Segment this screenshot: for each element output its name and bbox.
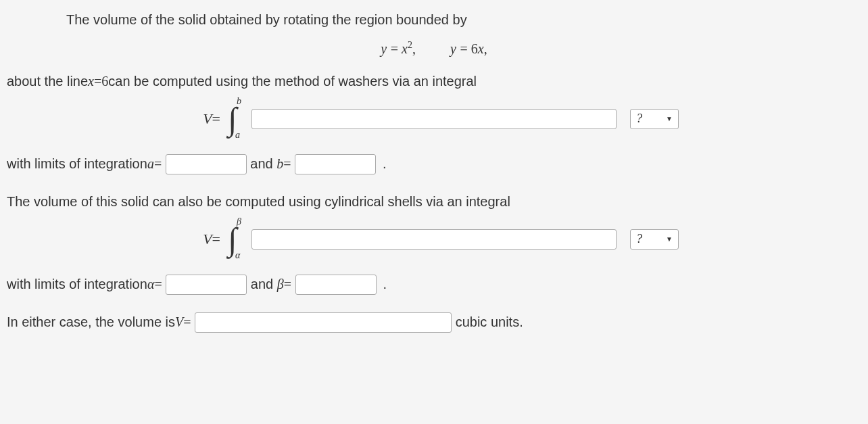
- final-V: V: [175, 314, 183, 330]
- integral-icon: ∫ b a: [223, 100, 242, 138]
- volume-input[interactable]: [195, 312, 452, 333]
- shells-upper: β: [237, 216, 241, 227]
- limit-alpha-input[interactable]: [166, 275, 247, 295]
- shells-intro: The volume of this solid can also be com…: [7, 192, 861, 212]
- washer-lower: a: [235, 130, 240, 141]
- limits2-alpha: α: [147, 277, 155, 292]
- about-p1: about the line: [7, 74, 88, 89]
- about-six: 6: [101, 74, 108, 89]
- intro-text: The volume of the solid obtained by rota…: [7, 12, 861, 28]
- limits1-eq2: =: [283, 156, 291, 172]
- washer-integrand-input[interactable]: [251, 109, 617, 129]
- limits1-text: with limits of integration: [7, 156, 147, 172]
- final-row: In either case, the volume is V = cubic …: [7, 312, 861, 333]
- limits1-b: b: [276, 156, 283, 172]
- shells-eq: =: [212, 231, 220, 248]
- eq1-eq: =: [391, 41, 402, 56]
- shells-hint-dropdown[interactable]: ? ▼: [630, 229, 679, 250]
- limit-beta-input[interactable]: [295, 275, 377, 295]
- chevron-down-icon: ▼: [666, 115, 673, 122]
- bounding-equations: y = x2, y = 6x,: [7, 40, 861, 57]
- shells-integral-row: V = ∫ β α ? ▼: [7, 220, 861, 258]
- final-p1: In either case, the volume is: [7, 314, 175, 330]
- eq1-exp: 2: [408, 40, 412, 50]
- chevron-down-icon: ▼: [666, 235, 673, 243]
- about-eq: =: [94, 74, 101, 89]
- limit-b-input[interactable]: [295, 154, 376, 174]
- about-line: about the line x = 6 can be computed usi…: [7, 72, 861, 92]
- eq2-x: x: [478, 41, 484, 56]
- eq2-6: 6: [471, 41, 478, 56]
- period-1: .: [383, 156, 387, 172]
- limits1-a: a: [147, 156, 154, 172]
- limits-row-2: with limits of integration α = and β = .: [7, 275, 861, 295]
- eq1-comma: ,: [412, 41, 416, 56]
- washer-upper: b: [237, 96, 241, 107]
- about-p2: can be computed using the method of wash…: [108, 74, 477, 89]
- washer-integral-row: V = ∫ b a ? ▼: [7, 100, 861, 138]
- period-2: .: [383, 277, 387, 292]
- washer-V: V: [203, 110, 212, 128]
- eq1-y: y: [381, 41, 387, 56]
- limits2-eq2: =: [284, 277, 291, 292]
- limits1-and: and: [250, 156, 272, 172]
- final-units: cubic units.: [456, 314, 523, 330]
- shells-integrand-input[interactable]: [251, 229, 617, 250]
- final-eq: =: [183, 314, 191, 330]
- washer-eq: =: [212, 110, 220, 128]
- limits2-text: with limits of integration: [7, 277, 147, 292]
- problem-page: The volume of the solid obtained by rota…: [0, 0, 868, 348]
- limits1-eq1: =: [154, 156, 162, 172]
- about-x: x: [88, 74, 94, 89]
- shells-V: V: [203, 231, 212, 248]
- limits2-beta: β: [277, 277, 284, 292]
- shells-lower: α: [235, 250, 240, 261]
- integral-icon: ∫ β α: [223, 220, 242, 258]
- washer-hint-dropdown[interactable]: ? ▼: [630, 109, 679, 129]
- hint-question-icon: ?: [636, 232, 642, 246]
- eq2-y: y: [450, 41, 456, 56]
- limits-row-1: with limits of integration a = and b = .: [7, 154, 861, 174]
- eq1-x: x: [402, 41, 408, 56]
- eq2-eq: =: [460, 41, 471, 56]
- hint-question-icon: ?: [636, 112, 642, 126]
- limits2-and: and: [251, 277, 273, 292]
- eq2-comma: ,: [484, 41, 487, 56]
- limit-a-input[interactable]: [166, 154, 247, 174]
- limits2-eq1: =: [154, 277, 162, 292]
